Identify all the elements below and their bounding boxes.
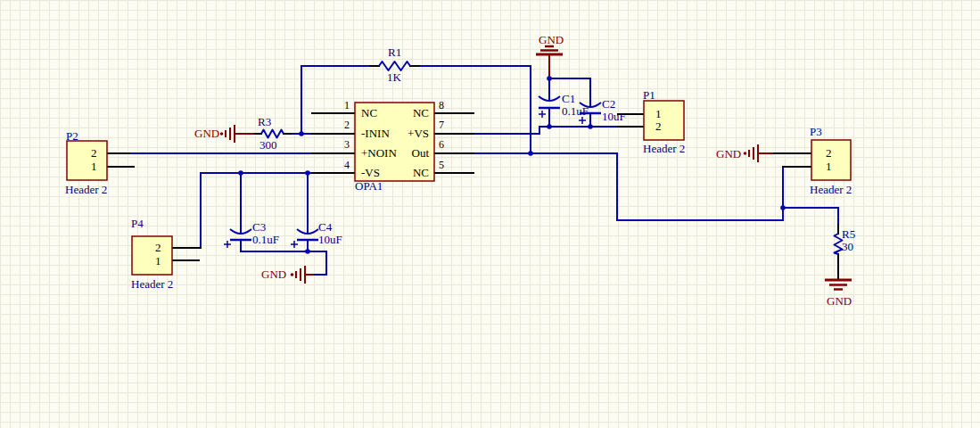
r3-value: 300: [259, 139, 277, 151]
schematic-graphics: [0, 0, 980, 428]
c3-plus-icon: [224, 241, 231, 248]
r1-value: 1K: [387, 71, 401, 83]
opamp-pin4-number: 4: [334, 160, 350, 170]
gnd-port-right-icon[interactable]: [744, 144, 773, 162]
c4-plus-icon: [291, 241, 298, 248]
p3-part-name: Header 2: [810, 184, 852, 195]
c4-designator: C4: [318, 221, 332, 233]
p2-part-name: Header 2: [65, 184, 107, 195]
opamp-pin6-name: Out: [393, 147, 429, 159]
header-p4-body[interactable]: [132, 236, 172, 275]
opamp-pin6-number: 6: [439, 139, 444, 150]
c4-value: 10uF: [318, 234, 342, 245]
c1-value: 0.1uF: [562, 105, 589, 117]
header-p2-body[interactable]: [67, 141, 107, 180]
capacitor-c3-symbol[interactable]: [224, 229, 251, 248]
p4-pin1-label: 1: [155, 255, 161, 267]
r5-designator: R5: [842, 228, 855, 240]
opamp-pin5-name: NC: [393, 167, 429, 178]
p2-designator: P2: [66, 130, 78, 142]
gnd-label-right: GND: [716, 148, 741, 160]
p3-pin1-label: 1: [826, 160, 832, 172]
schematic-canvas[interactable]: R1 1K R3 300 R5 30 C1 0.1uF C2 10uF C3 0…: [0, 0, 980, 428]
p1-part-name: Header 2: [643, 143, 685, 154]
resistor-r1-symbol[interactable]: [379, 62, 410, 70]
p2-pin1-label: 1: [91, 160, 97, 172]
opamp-pin1-name: NC: [361, 107, 377, 119]
header-p1-body[interactable]: [644, 101, 684, 140]
gnd-label-top: GND: [539, 34, 564, 45]
gnd-label-left: GND: [194, 128, 219, 139]
gnd-port-bottom-icon[interactable]: [291, 266, 314, 284]
c2-designator: C2: [602, 98, 615, 110]
opamp-pin2-number: 2: [334, 119, 350, 130]
r5-value: 30: [842, 241, 853, 252]
r1-designator: R1: [388, 46, 401, 58]
p4-part-name: Header 2: [131, 278, 173, 290]
opamp-pin3-name: +NOIN: [361, 147, 397, 159]
p2-pin2-label: 2: [91, 147, 97, 159]
c2-plus-icon: [579, 117, 586, 124]
p1-pin2-label: 2: [655, 120, 662, 132]
opamp-pin7-name: +VS: [393, 128, 429, 139]
capacitor-c4-symbol[interactable]: [291, 229, 318, 248]
opamp-pin2-name: -ININ: [361, 128, 390, 139]
opamp-pin7-number: 7: [439, 119, 444, 130]
opamp-designator: OPA1: [355, 180, 383, 192]
gnd-label-bottom: GND: [261, 268, 286, 280]
gnd-earth-right-icon[interactable]: [825, 280, 852, 290]
opamp-pin8-name: NC: [393, 107, 429, 119]
p3-designator: P3: [810, 126, 822, 137]
resistor-r3-symbol[interactable]: [261, 130, 284, 138]
p4-pin2-label: 2: [155, 242, 161, 253]
gnd-label-r5: GND: [827, 295, 852, 307]
opamp-pin3-number: 3: [334, 139, 350, 150]
gnd-earth-top-icon[interactable]: [536, 46, 563, 78]
opamp-pin4-name: -VS: [361, 167, 380, 178]
c3-designator: C3: [252, 221, 266, 233]
p1-pin1-label: 1: [655, 108, 662, 119]
p3-pin2-label: 2: [826, 147, 832, 159]
wire-segments: [129, 66, 838, 275]
c1-designator: C1: [562, 93, 575, 104]
p1-designator: P1: [643, 89, 655, 101]
opamp-pin8-number: 8: [439, 100, 444, 111]
opamp-pin5-number: 5: [439, 160, 444, 170]
c1-plus-icon: [539, 111, 546, 118]
c2-value: 10uF: [602, 111, 626, 122]
gnd-port-left-icon[interactable]: [220, 125, 254, 143]
p4-designator: P4: [131, 218, 144, 229]
opamp-pin1-number: 1: [334, 100, 350, 111]
r3-designator: R3: [258, 116, 271, 128]
c3-value: 0.1uF: [252, 234, 279, 245]
